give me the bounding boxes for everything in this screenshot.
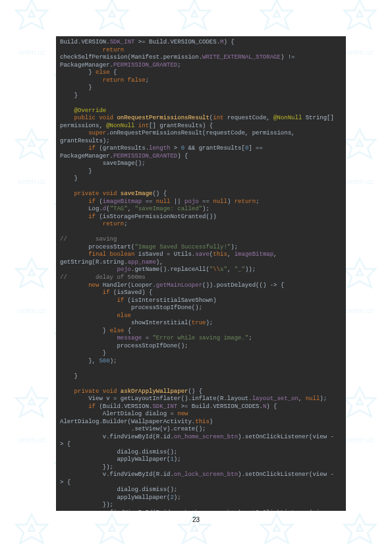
code-text: dialog.dismiss();	[60, 449, 177, 455]
code-text: pojo	[117, 266, 131, 273]
code-text: AlertDialog dialog =	[60, 411, 177, 417]
code-text: ==	[199, 198, 213, 205]
code-text: v.findViewById(R.id.	[60, 471, 174, 478]
code-text: .setView(v).create();	[60, 426, 206, 432]
code-text: return false	[60, 77, 146, 84]
code-text: save	[195, 251, 210, 258]
code-text: }	[60, 69, 96, 76]
code-text: PERMISSION_GRANTED	[113, 153, 177, 160]
code-text: (isSaved) {	[110, 289, 153, 296]
code-text: processStopIfDone();	[60, 305, 202, 311]
code-text: final boolean	[60, 251, 134, 258]
code-text: ).setOnClickListener(view -	[238, 510, 334, 511]
code-text: true	[192, 320, 206, 326]
code-text: )	[210, 419, 213, 425]
code-text: this	[213, 251, 227, 258]
code-text	[60, 266, 117, 273]
code-text: processStart(	[60, 244, 134, 250]
code-text: imageBitmap	[235, 251, 273, 258]
code-text: >	[170, 145, 181, 152]
code-text: return	[60, 47, 124, 53]
code-text: ,	[227, 251, 235, 258]
code-text: this	[195, 419, 210, 425]
code-text: saveImage();	[60, 160, 146, 167]
code-text: (	[96, 198, 103, 205]
code-text: SDK_INT	[110, 39, 135, 45]
code-text: (Build.VERSION.	[96, 403, 152, 410]
code-text: ));	[245, 266, 256, 273]
code-text: WRITE_EXTERNAL_STORAGE	[202, 54, 281, 61]
code-text: v.findViewById(R.id.	[60, 510, 174, 511]
code-text: new	[177, 411, 188, 417]
code-text: on_both_screen_btn	[174, 510, 238, 511]
code-text: v.findViewById(R.id.	[60, 434, 174, 440]
code-text: {	[110, 69, 117, 76]
code-text: private void	[60, 190, 121, 197]
code-text: @NonNull	[273, 115, 302, 121]
code-text: =	[142, 335, 152, 341]
code-text: },	[60, 358, 99, 365]
code-text: ==	[142, 198, 156, 205]
code-text: ,	[273, 251, 281, 258]
code-text: on_lock_screen_btn	[174, 471, 238, 478]
code-text: 500	[99, 358, 109, 365]
code-text: {	[124, 328, 131, 334]
code-text: PackageManager.	[60, 153, 113, 160]
code-text: int	[138, 123, 149, 129]
code-text: imageBitmap	[103, 198, 142, 205]
watermark-text: oefen.uz	[5, 436, 58, 444]
code-text: getString(R.string.	[60, 259, 128, 266]
code-text: showInterstitial(	[60, 320, 192, 326]
code-text: ()).postDelayed(() -> {	[202, 282, 284, 289]
code-text: .getName().replaceAll(	[131, 266, 210, 273]
code-text: String[]	[302, 115, 337, 121]
code-text: > {	[60, 479, 70, 486]
code-text: @Override	[60, 107, 106, 114]
code-text: >= Build.VERSION_CODES.	[134, 39, 220, 45]
code-text: ;	[146, 77, 149, 84]
code-text: length	[149, 145, 170, 152]
code-text: View v = getLayoutInflater().inflate(R.l…	[60, 395, 252, 402]
code-text: on_home_screen_btn	[174, 434, 238, 440]
code-text: }	[60, 84, 92, 91]
code-text: }	[60, 373, 78, 380]
code-text: PERMISSION_GRANTED	[113, 62, 177, 69]
code-text: ] ==	[248, 145, 266, 152]
code-text: );	[202, 206, 210, 212]
code-text: ).setOnClickListener(view -	[238, 434, 334, 440]
watermark-text: oefen.uz	[5, 48, 58, 56]
code-text: >= Build.VERSION_CODES.	[177, 403, 263, 410]
code-text: }	[60, 92, 78, 99]
code-text: // delay of 500ms	[60, 274, 146, 281]
code-text: checkSelfPermission(Manifest.permission.	[60, 54, 202, 61]
code-text: )	[227, 198, 235, 205]
code-text: ,	[298, 395, 306, 402]
code-text: (grantResults.	[96, 145, 149, 152]
code-text: null	[213, 198, 227, 205]
code-text: );	[174, 494, 181, 501]
code-text: );	[174, 456, 181, 463]
code-text: permissions,	[60, 123, 106, 129]
code-text: Build.VERSION.	[60, 39, 110, 45]
code-text: );	[231, 244, 238, 250]
code-text: private void	[60, 388, 121, 395]
code-text: && grantResults[	[184, 145, 245, 152]
code-text: ||	[170, 198, 184, 205]
code-text: () {	[188, 388, 202, 395]
code-text: pojo	[184, 198, 199, 205]
code-text: saveImage	[121, 190, 153, 197]
code-text: if	[60, 214, 96, 220]
code-text: (isStoragePermissionNotGranted())	[96, 214, 217, 220]
code-text	[60, 335, 117, 341]
code-text: app_name	[128, 259, 156, 266]
code-text: if	[60, 198, 96, 205]
code-text: AlertDialog.Builder(WallpaperActivity.	[60, 419, 195, 425]
code-text: Handler(Looper.	[99, 282, 155, 289]
code-text: requestCode,	[223, 115, 273, 121]
code-text: onRequestPermissionsResult	[117, 115, 209, 121]
code-text: return	[235, 198, 256, 205]
code-text: "Image Saved Successfully!"	[134, 244, 231, 250]
code-text: dialog.dismiss();	[60, 486, 177, 493]
code-text: .onRequestPermissionsResult(requestCode,…	[106, 130, 298, 136]
code-text: ) !=	[281, 54, 298, 61]
